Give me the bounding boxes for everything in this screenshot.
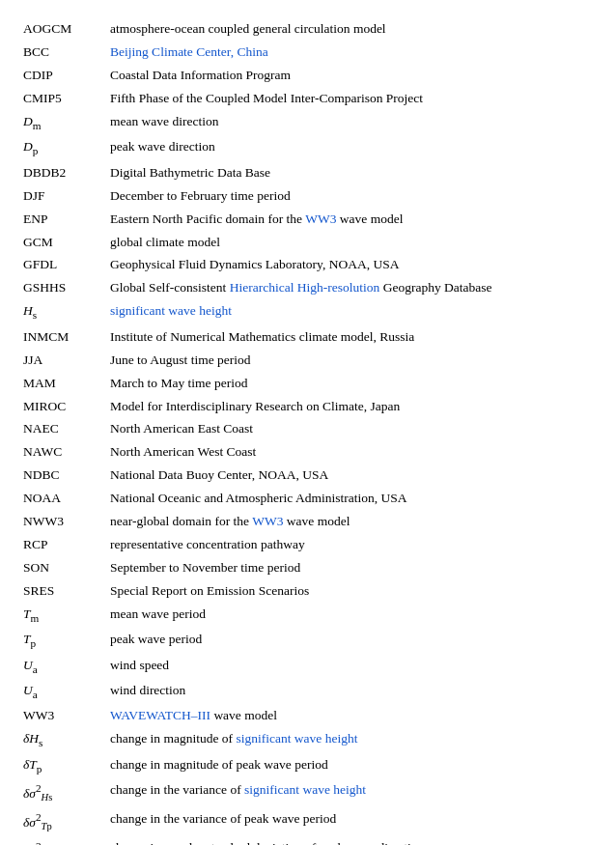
definition-cell: Eastern North Pacific domain for the WW3… — [106, 207, 597, 230]
definition-cell: North American East Coast — [106, 417, 597, 440]
abbreviation-cell: NAEC — [19, 417, 106, 440]
abbreviation-cell: BCC — [19, 41, 106, 64]
table-row: NAWCNorth American West Coast — [19, 440, 597, 464]
table-row: GFDLGeophysical Fluid Dynamics Laborator… — [19, 253, 597, 276]
abbreviation-cell: NDBC — [19, 464, 106, 487]
definition-cell: Fifth Phase of the Coupled Model Inter-C… — [106, 87, 597, 110]
abbreviation-cell: JJA — [19, 348, 106, 371]
table-row: δHschange in magnitude of significant wa… — [19, 727, 597, 752]
definition-cell: North American West Coast — [106, 440, 597, 464]
table-row: AOGCMatmosphere-ocean coupled general ci… — [19, 17, 597, 41]
table-row: INMCMInstitute of Numerical Mathematics … — [19, 325, 597, 349]
definition-cell: WAVEWATCH–III wave model — [106, 704, 597, 727]
definition-cell: representative concentration pathway — [106, 533, 597, 556]
abbreviation-cell: Tp — [19, 628, 106, 653]
table-row: WW3WAVEWATCH–III wave model — [19, 704, 597, 727]
definition-cell: Institute of Numerical Mathematics clima… — [106, 325, 597, 349]
abbreviation-cell: NOAA — [19, 487, 106, 510]
definition-cell: peak wave direction — [106, 135, 597, 160]
table-row: BCCBeijing Climate Center, China — [19, 41, 597, 64]
abbreviation-cell: Hs — [19, 299, 106, 324]
definition-cell: mean wave period — [106, 603, 597, 628]
table-row: GCMglobal climate model — [19, 230, 597, 253]
definition-cell: June to August time period — [106, 348, 597, 371]
table-row: ENPEastern North Pacific domain for the … — [19, 207, 597, 230]
table-row: JJAJune to August time period — [19, 348, 597, 371]
abbreviation-cell: MAM — [19, 371, 106, 394]
definition-cell: peak wave period — [106, 628, 597, 653]
abbreviation-cell: NAWC — [19, 440, 106, 464]
definition-cell: Model for Interdisciplinary Research on … — [106, 394, 597, 417]
abbreviation-cell: NWW3 — [19, 510, 106, 533]
abbreviation-cell: INMCM — [19, 325, 106, 349]
table-row: RCPrepresentative concentration pathway — [19, 533, 597, 556]
abbreviation-cell: DJF — [19, 183, 106, 207]
table-row: Dppeak wave direction — [19, 135, 597, 160]
abbreviation-cell: δHs — [19, 727, 106, 752]
definition-cell: significant wave height — [106, 299, 597, 324]
table-row: SRESSpecial Report on Emission Scenarios — [19, 579, 597, 603]
table-row: NDBCNational Data Buoy Center, NOAA, USA — [19, 464, 597, 487]
abbreviation-cell: Tm — [19, 603, 106, 628]
abbreviation-cell: Ua — [19, 654, 106, 679]
definition-cell: wind speed — [106, 654, 597, 679]
definition-cell: Geophysical Fluid Dynamics Laboratory, N… — [106, 253, 597, 276]
table-row: δTpchange in magnitude of peak wave peri… — [19, 753, 597, 778]
definition-cell: change in angular standard deviation of … — [106, 836, 597, 845]
definition-cell: change in the variance of significant wa… — [106, 778, 597, 807]
table-row: Tppeak wave period — [19, 628, 597, 653]
abbreviation-cell: δσ2Dp — [19, 836, 106, 845]
abbreviation-cell: Dp — [19, 135, 106, 160]
definition-cell: Beijing Climate Center, China — [106, 41, 597, 64]
table-row: NAECNorth American East Coast — [19, 417, 597, 440]
definition-cell: National Oceanic and Atmospheric Adminis… — [106, 487, 597, 510]
table-row: NWW3near-global domain for the WW3 wave … — [19, 510, 597, 533]
definition-cell: September to November time period — [106, 556, 597, 579]
table-row: NOAANational Oceanic and Atmospheric Adm… — [19, 487, 597, 510]
table-row: DJFDecember to February time period — [19, 183, 597, 207]
table-row: δσ2Hschange in the variance of significa… — [19, 778, 597, 807]
abbreviation-cell: SON — [19, 556, 106, 579]
table-row: GSHHSGlobal Self-consistent Hierarchical… — [19, 276, 597, 299]
abbreviation-cell: Ua — [19, 679, 106, 704]
abbreviation-cell: ENP — [19, 207, 106, 230]
abbreviation-cell: MIROC — [19, 394, 106, 417]
abbreviation-cell: SRES — [19, 579, 106, 603]
table-row: MIROCModel for Interdisciplinary Researc… — [19, 394, 597, 417]
definition-cell: Coastal Data Information Program — [106, 64, 597, 87]
abbreviation-cell: WW3 — [19, 704, 106, 727]
table-row: Uawind speed — [19, 654, 597, 679]
acronym-table: AOGCMatmosphere-ocean coupled general ci… — [19, 17, 597, 845]
definition-cell: change in magnitude of peak wave period — [106, 753, 597, 778]
abbreviation-cell: DBDB2 — [19, 161, 106, 184]
abbreviation-cell: CMIP5 — [19, 87, 106, 110]
table-row: Uawind direction — [19, 679, 597, 704]
abbreviation-cell: GCM — [19, 230, 106, 253]
table-row: CMIP5Fifth Phase of the Coupled Model In… — [19, 87, 597, 110]
abbreviation-cell: CDIP — [19, 64, 106, 87]
definition-cell: global climate model — [106, 230, 597, 253]
table-row: DBDB2Digital Bathymetric Data Base — [19, 161, 597, 184]
definition-cell: wind direction — [106, 679, 597, 704]
definition-cell: Global Self-consistent Hierarchical High… — [106, 276, 597, 299]
abbreviation-cell: AOGCM — [19, 17, 106, 41]
definition-cell: Special Report on Emission Scenarios — [106, 579, 597, 603]
abbreviation-cell: GFDL — [19, 253, 106, 276]
table-row: δσ2Tpchange in the variance of peak wave… — [19, 807, 597, 836]
table-row: Tmmean wave period — [19, 603, 597, 628]
table-row: Hssignificant wave height — [19, 299, 597, 324]
abbreviation-cell: δTp — [19, 753, 106, 778]
definition-cell: mean wave direction — [106, 110, 597, 135]
abbreviation-cell: Dm — [19, 110, 106, 135]
abbreviation-cell: RCP — [19, 533, 106, 556]
definition-cell: atmosphere-ocean coupled general circula… — [106, 17, 597, 41]
table-row: MAMMarch to May time period — [19, 371, 597, 394]
definition-cell: National Data Buoy Center, NOAA, USA — [106, 464, 597, 487]
definition-cell: near-global domain for the WW3 wave mode… — [106, 510, 597, 533]
definition-cell: March to May time period — [106, 371, 597, 394]
table-row: Dmmean wave direction — [19, 110, 597, 135]
table-row: SONSeptember to November time period — [19, 556, 597, 579]
abbreviation-cell: δσ2Tp — [19, 807, 106, 836]
table-row: δσ2Dpchange in angular standard deviatio… — [19, 836, 597, 845]
definition-cell: change in the variance of peak wave peri… — [106, 807, 597, 836]
